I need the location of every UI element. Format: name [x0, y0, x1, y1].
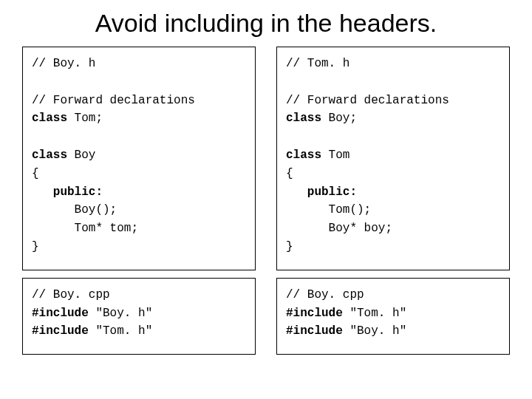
keyword-public: public:	[32, 185, 103, 199]
keyword-include: #include	[32, 307, 89, 320]
code-line: }	[286, 240, 293, 253]
keyword-include: #include	[286, 307, 343, 320]
code-text: "Tom. h"	[343, 307, 406, 320]
keyword-class: class	[32, 149, 67, 162]
keyword-class: class	[32, 112, 67, 125]
code-line: // Forward declarations	[286, 94, 449, 107]
page-title: Avoid including in the headers.	[22, 9, 510, 38]
code-box-boy-cpp: // Boy. cpp #include "Boy. h" #include "…	[22, 278, 256, 355]
keyword-public: public:	[286, 185, 357, 199]
code-line: Tom* tom;	[32, 222, 138, 235]
keyword-class: class	[286, 112, 321, 125]
code-line: // Tom. h	[286, 57, 349, 70]
keyword-include: #include	[286, 324, 343, 338]
code-box-tom-cpp: // Boy. cpp #include "Tom. h" #include "…	[276, 278, 510, 355]
code-line: // Boy. h	[32, 57, 95, 70]
code-line: // Boy. cpp	[286, 288, 364, 301]
code-line: Boy();	[32, 203, 117, 216]
code-text: "Boy. h"	[343, 324, 406, 338]
code-text: "Boy. h"	[89, 307, 152, 320]
code-line: // Boy. cpp	[32, 288, 110, 301]
code-text: Boy;	[321, 112, 357, 125]
code-grid: // Boy. h // Forward declarations class …	[22, 47, 510, 355]
keyword-include: #include	[32, 324, 89, 338]
code-text: Boy	[67, 149, 95, 162]
code-line: // Forward declarations	[32, 94, 195, 107]
code-line: Boy* boy;	[286, 222, 392, 235]
code-line: {	[32, 167, 39, 180]
code-line: {	[286, 167, 293, 180]
code-line: Tom();	[286, 203, 371, 216]
code-box-tom-h: // Tom. h // Forward declarations class …	[276, 47, 510, 270]
code-line: }	[32, 240, 39, 253]
code-text: Tom;	[67, 112, 103, 125]
keyword-class: class	[286, 149, 321, 162]
code-box-boy-h: // Boy. h // Forward declarations class …	[22, 47, 256, 270]
code-text: "Tom. h"	[89, 324, 152, 338]
code-text: Tom	[321, 149, 349, 162]
